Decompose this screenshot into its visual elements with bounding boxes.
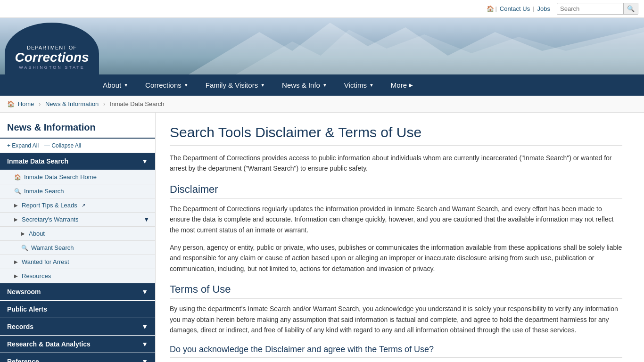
main-content: Search Tools Disclaimer & Terms of Use T… xyxy=(156,113,636,362)
sidebar-item-inmate-search[interactable]: 🔍 Inmate Search xyxy=(0,184,155,198)
breadcrumb: 🏠 Home › News & Information › Inmate Dat… xyxy=(0,96,644,113)
nav-corrections[interactable]: Corrections ▼ xyxy=(137,74,197,96)
search-input[interactable] xyxy=(557,4,623,14)
expand-icon: ▶ xyxy=(21,231,25,236)
search-icon: 🔍 xyxy=(21,245,28,251)
public-alerts-label: Public Alerts xyxy=(7,305,47,313)
site-header: Department of Corrections Washington Sta… xyxy=(0,18,644,74)
sidebar-item-wanted-arrest[interactable]: ▶ Wanted for Arrest xyxy=(0,255,155,269)
breadcrumb-sep2: › xyxy=(103,100,105,107)
expand-icon: ▶ xyxy=(14,259,18,264)
sidebar-section-arrow: ▼ xyxy=(141,157,148,165)
inmate-home-link[interactable]: Inmate Data Search Home xyxy=(24,173,97,181)
sidebar-section-label: Inmate Data Search xyxy=(7,157,68,165)
sidebar-item-warrants[interactable]: ▶ Secretary's Warrants ▼ xyxy=(0,213,155,227)
expand-collapse-bar: + Expand All — Collapse All xyxy=(0,139,155,153)
resources-link[interactable]: Resources xyxy=(22,272,51,280)
disclaimer-p2: Any person, agency or entity, public or … xyxy=(170,242,622,274)
news-info-arrow: ▼ xyxy=(322,82,327,88)
sidebar-title: News & Information xyxy=(0,113,155,139)
research-label: Research & Data Analytics xyxy=(7,340,91,348)
warrants-link[interactable]: Secretary's Warrants xyxy=(22,216,78,223)
external-link-icon: ↗ xyxy=(82,203,85,208)
about-link[interactable]: About xyxy=(29,230,45,237)
nav-family-visitors[interactable]: Family & Visitors ▼ xyxy=(197,74,273,96)
breadcrumb-level1[interactable]: News & Information xyxy=(45,100,99,107)
separator: | xyxy=(495,5,496,12)
inmate-search-link[interactable]: Inmate Search xyxy=(24,188,64,195)
disclaimer-heading: Disclaimer xyxy=(170,183,622,199)
sidebar-section-reference[interactable]: Reference ▼ xyxy=(0,353,155,362)
warrants-arrow: ▼ xyxy=(143,216,149,223)
nav-more[interactable]: More ▶ xyxy=(382,74,421,96)
about-arrow: ▼ xyxy=(124,82,128,88)
breadcrumb-sep1: › xyxy=(39,100,41,107)
nav-bar: About ▼ Corrections ▼ Family & Visitors … xyxy=(0,74,644,96)
content-intro: The Department of Corrections provides a… xyxy=(170,153,622,174)
victims-arrow: ▼ xyxy=(369,82,374,88)
search-box: 🔍 xyxy=(557,3,638,15)
separator2: | xyxy=(533,5,534,12)
acknowledge-heading: Do you acknowledge the Disclaimer and ag… xyxy=(170,345,622,358)
sidebar-section-research[interactable]: Research & Data Analytics ▼ xyxy=(0,336,155,353)
sidebar-items-inmate: 🏠 Inmate Data Search Home 🔍 Inmate Searc… xyxy=(0,170,155,283)
report-tips-link[interactable]: Report Tips & Leads xyxy=(22,202,77,209)
expand-icon: ▶ xyxy=(14,217,18,222)
svg-marker-1 xyxy=(236,30,644,74)
search-icon: 🔍 xyxy=(14,188,21,195)
records-arrow: ▼ xyxy=(141,323,148,330)
research-arrow: ▼ xyxy=(141,340,148,348)
more-arrow: ▶ xyxy=(409,82,413,88)
sidebar-item-warrant-search[interactable]: 🔍 Warrant Search xyxy=(0,241,155,255)
disclaimer-p1: The Department of Corrections regularly … xyxy=(170,204,622,235)
breadcrumb-home-icon: 🏠 xyxy=(7,100,15,107)
sidebar-item-resources[interactable]: ▶ Resources xyxy=(0,269,155,283)
wanted-arrest-link[interactable]: Wanted for Arrest xyxy=(22,258,69,265)
sidebar-item-about[interactable]: ▶ About xyxy=(0,227,155,241)
logo-corrections: Corrections xyxy=(15,51,89,64)
home-icon: 🏠 xyxy=(14,174,21,181)
expand-icon: ▶ xyxy=(14,203,18,208)
sidebar-section-newsroom[interactable]: Newsroom ▼ xyxy=(0,283,155,300)
nav-about[interactable]: About ▼ xyxy=(94,74,137,96)
logo-state: Washington State xyxy=(19,65,85,70)
family-visitors-arrow: ▼ xyxy=(260,82,265,88)
sidebar-section-public-alerts[interactable]: Public Alerts xyxy=(0,301,155,318)
nav-victims[interactable]: Victims ▼ xyxy=(336,74,382,96)
sidebar-item-report-tips[interactable]: ▶ Report Tips & Leads ↗ xyxy=(0,198,155,213)
jobs-link[interactable]: Jobs xyxy=(537,5,550,12)
home-icon[interactable]: 🏠 xyxy=(487,5,494,12)
breadcrumb-home[interactable]: Home xyxy=(18,100,34,107)
page-title: Search Tools Disclaimer & Terms of Use xyxy=(170,124,622,146)
sidebar-section-inmate-data-search[interactable]: Inmate Data Search ▼ xyxy=(0,153,155,170)
corrections-arrow: ▼ xyxy=(184,82,189,88)
nav-news-info[interactable]: News & Info ▼ xyxy=(273,74,336,96)
sidebar: News & Information + Expand All — Collap… xyxy=(0,113,156,362)
sidebar-item-inmate-home[interactable]: 🏠 Inmate Data Search Home xyxy=(0,170,155,184)
collapse-all-button[interactable]: — Collapse All xyxy=(44,142,81,149)
contact-us-link[interactable]: Contact Us xyxy=(500,5,530,12)
top-bar: 🏠 | Contact Us | Jobs 🔍 xyxy=(0,0,644,18)
reference-label: Reference xyxy=(7,358,39,362)
search-button[interactable]: 🔍 xyxy=(623,3,638,14)
main-layout: News & Information + Expand All — Collap… xyxy=(0,113,644,362)
expand-icon: ▶ xyxy=(14,273,18,279)
breadcrumb-level2: Inmate Data Search xyxy=(110,100,165,107)
terms-p1: By using the department's Inmate Search … xyxy=(170,304,622,335)
newsroom-label: Newsroom xyxy=(7,288,41,296)
newsroom-arrow: ▼ xyxy=(141,288,148,296)
records-label: Records xyxy=(7,323,33,330)
warrant-search-link[interactable]: Warrant Search xyxy=(31,244,74,251)
terms-heading: Terms of Use xyxy=(170,283,622,299)
sidebar-section-records[interactable]: Records ▼ xyxy=(0,318,155,335)
expand-all-button[interactable]: + Expand All xyxy=(7,142,39,149)
reference-arrow: ▼ xyxy=(141,358,148,362)
